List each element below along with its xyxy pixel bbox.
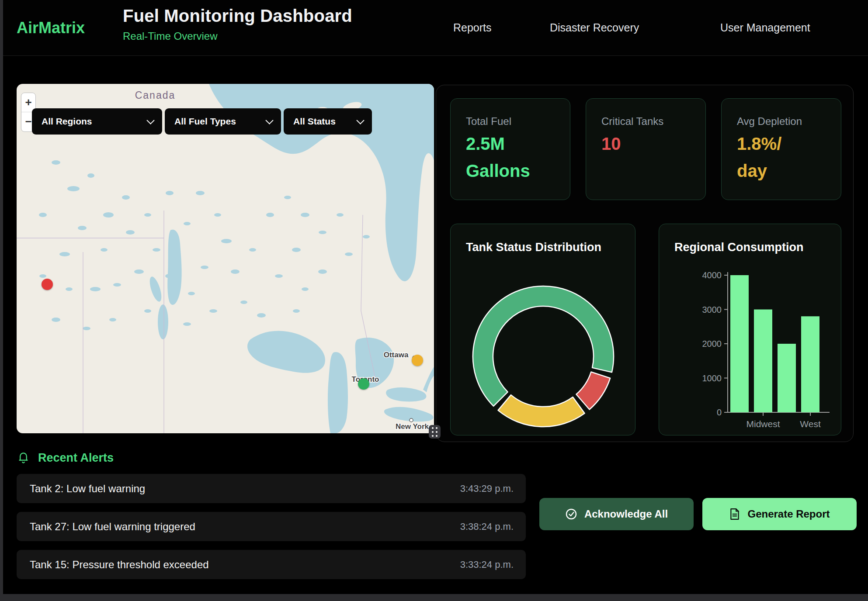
tank-marker-warning[interactable] [412, 355, 423, 366]
stat-card-avg-depletion: Avg Depletion 1.8%/day [721, 98, 841, 200]
map-canvas: Canada Ottawa Toronto New York [17, 84, 434, 433]
app-header: AirMatrix Fuel Monitoring Dashboard Real… [0, 0, 868, 56]
filter-fuel-types-value: All Fuel Types [174, 116, 236, 127]
alerts-header: Recent Alerts [17, 449, 114, 466]
alert-text: Tank 15: Pressure threshold exceeded [30, 559, 209, 571]
chevron-down-icon [146, 116, 154, 124]
bar-Midwest [754, 310, 772, 413]
generate-report-button[interactable]: Generate Report [702, 498, 857, 530]
donut-segment-critical [576, 372, 610, 410]
stat-card-total-fuel: Total Fuel 2.5MGallons [450, 98, 570, 200]
svg-text:0: 0 [717, 408, 722, 417]
stat-card-critical-tanks: Critical Tanks 10 [586, 98, 706, 200]
nav-disaster-recovery[interactable]: Disaster Recovery [550, 0, 639, 55]
map-boundaries [17, 211, 377, 433]
fuel-monitoring-dashboard: AirMatrix Fuel Monitoring Dashboard Real… [0, 0, 868, 601]
stat-value: 2.5MGallons [466, 130, 570, 184]
alert-text: Tank 2: Low fuel warning [30, 483, 145, 495]
newyork-city-dot [410, 418, 413, 422]
bar-region-1 [730, 275, 749, 412]
map-label-ottawa: Ottawa [384, 351, 409, 359]
generate-report-label: Generate Report [747, 508, 830, 520]
filter-status-select[interactable]: All Status [284, 108, 372, 135]
chevron-down-icon [265, 116, 273, 124]
svg-text:2000: 2000 [702, 339, 722, 349]
title-block: Fuel Monitoring Dashboard Real-Time Over… [123, 6, 352, 42]
bell-icon [17, 451, 29, 464]
filter-regions-select[interactable]: All Regions [32, 108, 162, 135]
tank-marker-critical[interactable] [42, 279, 53, 290]
alert-row[interactable]: Tank 2: Low fuel warning 3:43:29 p.m. [17, 474, 526, 503]
alert-text: Tank 27: Low fuel warning triggered [30, 521, 195, 533]
map-resize-handle[interactable] [429, 425, 441, 439]
stat-value: 1.8%/day [737, 130, 841, 184]
regional-consumption-bar-chart: 01000200030004000MidwestWest [659, 224, 842, 436]
fuel-map[interactable]: Canada Ottawa Toronto New York + − All R… [17, 84, 434, 433]
filter-regions-value: All Regions [42, 116, 92, 127]
svg-text:Midwest: Midwest [746, 419, 780, 429]
alert-time: 3:38:24 p.m. [460, 521, 514, 532]
svg-text:1000: 1000 [702, 373, 722, 383]
nav-user-management[interactable]: User Management [720, 0, 810, 55]
alert-row[interactable]: Tank 15: Pressure threshold exceeded 3:3… [17, 550, 526, 579]
document-icon [729, 508, 740, 520]
window-edge-bottom [0, 594, 868, 601]
check-circle-icon [565, 508, 577, 520]
regional-consumption-card: Regional Consumption 01000200030004000Mi… [659, 224, 841, 435]
page-subtitle: Real-Time Overview [123, 30, 352, 42]
window-edge-left [0, 0, 3, 601]
filter-fuel-types-select[interactable]: All Fuel Types [165, 108, 281, 135]
tank-status-card: Tank Status Distribution [450, 224, 635, 435]
alert-time: 3:33:24 p.m. [460, 559, 514, 570]
tank-status-donut-chart [451, 242, 636, 436]
alert-row[interactable]: Tank 27: Low fuel warning triggered 3:38… [17, 512, 526, 541]
nav-reports[interactable]: Reports [453, 0, 492, 55]
page-title: Fuel Monitoring Dashboard [123, 6, 352, 26]
bar-region-3 [778, 344, 796, 412]
stat-label: Critical Tanks [601, 115, 705, 128]
donut-segment-warning [498, 395, 585, 427]
stat-label: Total Fuel [466, 115, 570, 128]
map-label-canada: Canada [135, 90, 176, 101]
alert-time: 3:43:29 p.m. [460, 483, 514, 494]
svg-text:3000: 3000 [702, 305, 722, 314]
acknowledge-all-label: Acknowledge All [584, 508, 668, 520]
brand-logo[interactable]: AirMatrix [17, 0, 85, 55]
svg-text:4000: 4000 [702, 270, 722, 280]
stat-label: Avg Depletion [737, 115, 841, 128]
tank-marker-normal[interactable] [358, 378, 369, 390]
bar-West [801, 316, 819, 412]
alerts-title: Recent Alerts [38, 451, 114, 465]
map-label-newyork: New York [396, 422, 429, 431]
acknowledge-all-button[interactable]: Acknowledge All [539, 498, 694, 530]
stat-value: 10 [601, 130, 705, 157]
filter-status-value: All Status [293, 116, 336, 127]
chevron-down-icon [356, 116, 364, 124]
svg-text:West: West [800, 419, 821, 429]
